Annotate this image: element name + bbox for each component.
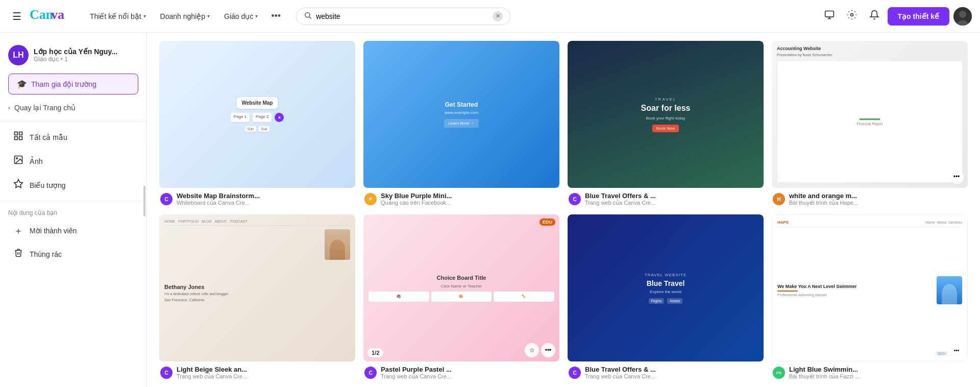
more-icon: ••• <box>541 343 555 357</box>
chevron-down-icon: ▾ <box>143 13 146 19</box>
svg-rect-4 <box>825 11 834 17</box>
nav-menu: Thiết kế nổi bật ▾ Doanh nghiệp ▾ Giáo d… <box>84 7 286 26</box>
card-overlay-icons: ••• <box>949 170 964 184</box>
sidebar-divider-2 <box>0 201 146 201</box>
author-avatar: C <box>569 367 581 379</box>
photo-icon <box>12 155 24 167</box>
join-team-label: Tham gia đội trường <box>31 80 96 88</box>
card-image: Get Started www.example.com Learn More → <box>363 41 559 188</box>
grid-icon <box>12 131 24 143</box>
overlay-icons: ••• <box>949 343 964 357</box>
navbar-actions: Tạo thiết kế <box>820 6 972 27</box>
sidebar-user-name: Lớp học của Yến Nguy... <box>34 47 138 56</box>
card-title: Blue Travel Offers & ... <box>585 192 763 200</box>
chevron-down-icon: ▾ <box>207 13 210 19</box>
nav-item-thiet-ke[interactable]: Thiết kế nổi bật ▾ <box>84 8 152 25</box>
content-area: Website Map Page 1 Page 2 ● Sub Sub C <box>147 33 980 387</box>
hamburger-button[interactable]: ☰ <box>8 6 26 27</box>
graduation-icon: 🎓 <box>17 79 27 89</box>
chevron-down-icon: ▾ <box>255 13 258 19</box>
nav-item-doanh-nghiep[interactable]: Doanh nghiệp ▾ <box>154 8 216 25</box>
author-avatar: FS <box>773 367 785 379</box>
monitor-icon-button[interactable] <box>820 6 839 27</box>
template-card-blue-travel[interactable]: TRAVEL WEBSITE Blue Travel Explore the w… <box>568 214 764 380</box>
card-title: Website Map Brainstorm... <box>177 192 354 200</box>
card-info: C Website Map Brainstorm... Whiteboard c… <box>159 192 355 206</box>
sidebar-user-info: Lớp học của Yến Nguy... Giáo dục • 1 <box>34 47 138 63</box>
card-subtitle: Quảng cáo trên Facebook... <box>381 200 558 206</box>
card-image: Website Map Page 1 Page 2 ● Sub Sub <box>159 41 355 188</box>
template-card-soar[interactable]: TRAVEL Soar for less Book your flight to… <box>568 41 764 206</box>
template-card-choice-board[interactable]: Choice Board Title Click Name or Teacher… <box>363 214 559 380</box>
trash-button[interactable]: Thùng rác <box>4 243 142 265</box>
card-text: Blue Travel Offers & ... Trang web của C… <box>585 192 763 206</box>
svg-point-9 <box>959 11 966 18</box>
author-avatar: P <box>364 193 377 205</box>
svg-line-3 <box>309 17 311 19</box>
svg-rect-13 <box>15 137 18 140</box>
card-subtitle: Bài thuyết trình của Hape... <box>789 200 967 206</box>
card-text: white and orange m... Bài thuyết trình c… <box>789 192 967 206</box>
sidebar-user-sub: Giáo dục • 1 <box>34 56 138 63</box>
card-info: C Blue Travel Offers & ... Trang web của… <box>568 192 764 206</box>
card-text: Website Map Brainstorm... Whiteboard của… <box>177 192 354 206</box>
card-text: Light Beige Sleek an... Trang web của Ca… <box>177 366 354 380</box>
card-title: Pastel Purple Pastel ... <box>381 366 558 373</box>
card-info: H white and orange m... Bài thuyết trình… <box>772 192 968 206</box>
canva-logo[interactable]: Can va <box>30 7 76 26</box>
settings-icon-button[interactable] <box>843 6 861 27</box>
svg-rect-11 <box>15 132 18 135</box>
author-avatar: C <box>364 367 377 379</box>
svg-text:Can: Can <box>30 7 54 22</box>
join-team-button[interactable]: 🎓 Tham gia đội trường <box>8 74 138 94</box>
scroll-indicator <box>143 186 145 216</box>
author-avatar: C <box>569 193 581 205</box>
nav-item-giao-duc[interactable]: Giáo dục ▾ <box>218 8 264 25</box>
card-title: Blue Travel Offers & ... <box>585 366 763 373</box>
invite-member-button[interactable]: ＋ Mời thành viên <box>4 220 142 242</box>
sidebar-item-all-templates[interactable]: Tất cả mẫu <box>4 126 142 149</box>
card-image: TRAVEL Soar for less Book your flight to… <box>568 41 764 188</box>
svg-point-7 <box>850 14 853 16</box>
template-card-accounting[interactable]: Accounting Website Presentation by Noah … <box>772 41 968 206</box>
your-content-label: Nội dung của bạn <box>0 205 146 219</box>
create-button[interactable]: Tạo thiết kế <box>888 7 949 26</box>
card-subtitle: Trang web của Canva Cre... <box>585 373 763 380</box>
card-info: C Pastel Purple Pastel ... Trang web của… <box>363 366 559 380</box>
sidebar-item-icons[interactable]: Biểu tượng <box>4 174 142 197</box>
template-card-sky-blue[interactable]: Get Started www.example.com Learn More →… <box>363 41 559 206</box>
card-title: Light Blue Swimmin... <box>789 366 967 373</box>
nav-item-label: Thiết kế nổi bật <box>90 12 141 20</box>
more-options-icon: ••• <box>949 170 964 184</box>
sidebar-avatar: LH <box>8 45 29 65</box>
icons-label: Biểu tượng <box>30 181 66 189</box>
trash-icon <box>12 248 24 260</box>
sidebar: LH Lớp học của Yến Nguy... Giáo dục • 1 … <box>0 33 147 387</box>
star-icon: ☆ <box>525 343 539 357</box>
search-clear-button[interactable]: ✕ <box>493 11 503 21</box>
author-avatar: C <box>160 367 173 379</box>
arrow-left-icon: ‹ <box>8 104 10 111</box>
nav-more-button[interactable]: ••• <box>266 7 286 26</box>
search-input[interactable] <box>316 12 488 20</box>
bell-icon-button[interactable] <box>865 6 884 27</box>
template-card-bethany[interactable]: HOMEPORTFOLIOBLOGABOUTPODCAST Bethany Jo… <box>159 214 355 380</box>
back-to-home-button[interactable]: ‹ Quay lại Trang chủ <box>0 99 146 117</box>
sidebar-divider <box>0 121 146 122</box>
author-avatar: C <box>160 193 173 205</box>
nav-item-label: Doanh nghiệp <box>160 12 205 20</box>
svg-point-2 <box>305 12 310 17</box>
card-info: P Sky Blue Purple Mini... Quảng cáo trên… <box>363 192 559 206</box>
photos-label: Ảnh <box>30 157 43 165</box>
card-info: C Light Beige Sleek an... Trang web của … <box>159 366 355 380</box>
card-title: white and orange m... <box>789 192 967 200</box>
template-card-website-map[interactable]: Website Map Page 1 Page 2 ● Sub Sub C <box>159 41 355 206</box>
template-card-white-orange[interactable]: HAPE HomeAboutServices We Make You A Nex… <box>772 214 968 380</box>
card-image: Choice Board Title Click Name or Teacher… <box>363 214 559 361</box>
card-subtitle: Bài thuyết trình của Fazzi ... <box>789 373 967 380</box>
nav-item-label: Giáo dục <box>224 12 253 20</box>
user-avatar[interactable] <box>953 7 972 26</box>
card-image: Accounting Website Presentation by Noah … <box>772 41 968 188</box>
sidebar-item-photos[interactable]: Ảnh <box>4 150 142 173</box>
card-text: Light Blue Swimmin... Bài thuyết trình c… <box>789 366 967 380</box>
